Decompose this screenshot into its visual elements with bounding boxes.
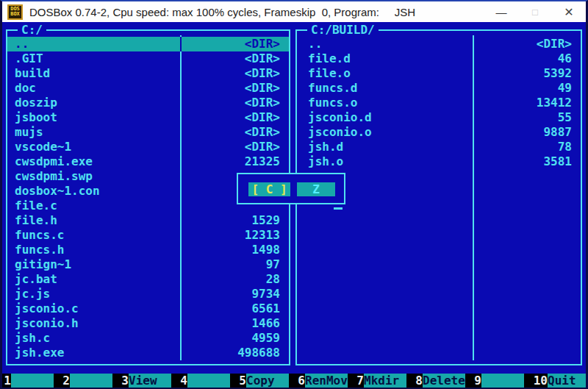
close-button[interactable]: ✕ (552, 1, 586, 22)
right-file-row[interactable]: ..<DIR> (297, 37, 581, 51)
drive-button-c[interactable]: [ C ] (248, 182, 290, 196)
file-name: funcs.c (7, 228, 64, 243)
left-file-row[interactable]: mujs<DIR> (7, 125, 289, 140)
file-name: dosbox~1.con (7, 184, 100, 199)
fkey-label (481, 374, 524, 388)
drive-button-z[interactable]: Z (297, 182, 335, 196)
maximize-icon: □ (532, 7, 538, 18)
left-file-row[interactable]: jc.bat28 (7, 272, 289, 287)
file-name: file.o (297, 66, 351, 81)
left-file-row[interactable]: jsconio.h1466 (7, 316, 289, 331)
file-size: <DIR> (245, 37, 289, 51)
left-panel-path: C:/ (18, 24, 46, 38)
file-size: <DIR> (245, 66, 289, 81)
left-file-row[interactable]: jsconio.c6561 (7, 301, 289, 316)
file-name: gitign~1 (7, 257, 71, 272)
fkey-number: 10 (531, 374, 548, 388)
left-file-row[interactable]: jsboot<DIR> (7, 110, 289, 125)
file-name: funcs.h (7, 243, 64, 257)
file-size: <DIR> (245, 125, 289, 140)
file-size: <DIR> (537, 37, 581, 51)
window-titlebar: DOS BOX DOSBox 0.74-2, Cpu speed: max 10… (2, 1, 586, 22)
file-name: .. (297, 37, 322, 51)
fkey-slot-6[interactable]: 6RenMov (296, 374, 355, 388)
function-key-bar: 123View45Copy6RenMov7Mkdir8Delete910Quit (2, 374, 586, 388)
fkey-slot-10[interactable]: 10Quit (531, 374, 586, 388)
left-file-row[interactable]: gitign~197 (7, 257, 289, 272)
right-file-row[interactable]: jsh.d78 (297, 140, 581, 154)
left-file-row[interactable]: funcs.c12313 (7, 228, 289, 243)
fkey-slot-3[interactable]: 3View (120, 374, 179, 388)
dosbox-window: DOS BOX DOSBox 0.74-2, Cpu speed: max 10… (0, 0, 588, 389)
left-file-row[interactable]: doc<DIR> (7, 81, 289, 96)
file-size: 3581 (543, 154, 581, 169)
left-file-row[interactable]: cwsdpmi.exe21325 (7, 154, 289, 169)
file-name: jsconio.c (7, 301, 79, 316)
right-file-row[interactable]: funcs.o13412 (297, 96, 581, 110)
right-file-row[interactable]: file.o5392 (297, 66, 581, 81)
file-name: cwsdpmi.swp (7, 169, 93, 184)
file-size: 97 (266, 257, 289, 272)
file-name: jsh.o (297, 154, 343, 169)
file-name: .GIT (7, 51, 43, 66)
file-size: <DIR> (245, 51, 289, 66)
fkey-number: 3 (120, 374, 129, 388)
file-name: file.h (7, 213, 57, 228)
file-name: jsconio.o (297, 125, 372, 140)
right-file-row[interactable]: file.d46 (297, 51, 581, 66)
file-name: jsconio.d (297, 110, 372, 125)
window-controls: — □ ✕ (484, 1, 586, 22)
fkey-slot-8[interactable]: 8Delete (414, 374, 473, 388)
file-name: jsh.d (297, 140, 343, 154)
left-file-row[interactable]: funcs.h1498 (7, 243, 289, 257)
fkey-number: 2 (61, 374, 70, 388)
fkey-label (70, 374, 112, 388)
fkey-slot-5[interactable]: 5Copy (237, 374, 296, 388)
right-file-row[interactable]: jsconio.d55 (297, 110, 581, 125)
file-size: 12313 (245, 228, 289, 243)
minimize-icon: — (496, 6, 507, 18)
file-size: 46 (558, 51, 581, 66)
fkey-slot-7[interactable]: 7Mkdir (355, 374, 414, 388)
left-file-row[interactable]: .GIT<DIR> (7, 51, 289, 66)
fkey-label: Delete (423, 374, 465, 388)
fkey-label: RenMov (305, 374, 348, 388)
left-file-row[interactable]: jsh.c4959 (7, 331, 289, 346)
file-name: funcs.o (297, 96, 357, 110)
left-file-row[interactable]: file.h1529 (7, 213, 289, 228)
file-size: 4959 (251, 331, 289, 346)
right-file-row[interactable]: jsh.o3581 (297, 154, 581, 169)
left-file-row[interactable]: ..<DIR> (7, 37, 289, 51)
left-file-row[interactable]: doszip<DIR> (7, 96, 289, 110)
window-title: DOSBox 0.74-2, Cpu speed: max 100% cycle… (29, 6, 484, 18)
file-size: 9887 (543, 125, 581, 140)
left-file-row[interactable]: jsh.exe498688 (7, 346, 289, 360)
left-file-row[interactable]: jc.js9734 (7, 287, 289, 301)
file-size: 55 (558, 110, 581, 125)
right-file-row[interactable]: jsconio.o9887 (297, 125, 581, 140)
fkey-number: 5 (237, 374, 246, 388)
fkey-label: Copy (246, 374, 289, 388)
maximize-button[interactable]: □ (518, 1, 552, 22)
file-name: jsboot (7, 110, 57, 125)
right-file-row[interactable]: funcs.d49 (297, 81, 581, 96)
fkey-slot-4[interactable]: 4 (179, 374, 237, 388)
fkey-number: 4 (179, 374, 187, 388)
left-file-row[interactable]: build<DIR> (7, 66, 289, 81)
fkey-number: 6 (296, 374, 305, 388)
minimize-button[interactable]: — (484, 1, 518, 22)
fkey-label: Mkdir (364, 374, 406, 388)
file-name: jc.bat (7, 272, 57, 287)
fkey-slot-2[interactable]: 2 (61, 374, 120, 388)
left-file-row[interactable]: vscode~1<DIR> (7, 140, 289, 154)
fkey-slot-1[interactable]: 1 (2, 374, 61, 388)
dosbox-app-icon: DOS BOX (7, 4, 23, 20)
file-name: cwsdpmi.exe (7, 154, 93, 169)
file-size: 21325 (245, 154, 289, 169)
fkey-label: Quit (548, 374, 586, 388)
file-size: <DIR> (245, 140, 289, 154)
file-size: 28 (266, 272, 289, 287)
fkey-slot-9[interactable]: 9 (473, 374, 531, 388)
file-size: 49 (558, 81, 581, 96)
file-size: 1529 (251, 213, 289, 228)
